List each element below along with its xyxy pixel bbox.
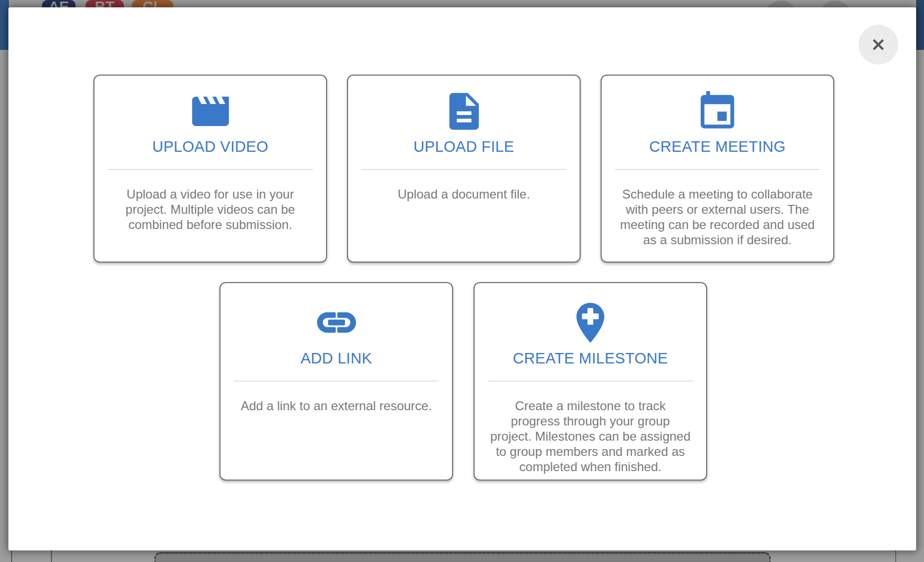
close-button[interactable] xyxy=(858,25,898,65)
divider xyxy=(234,381,439,381)
link-icon xyxy=(314,302,359,343)
card-row-bottom: ADD LINK Add a link to an external resou… xyxy=(219,282,707,481)
create-meeting-card[interactable]: CREATE MEETING Schedule a meeting to col… xyxy=(601,75,834,263)
create-milestone-card[interactable]: CREATE MILESTONE Create a milestone to t… xyxy=(474,282,707,481)
card-row-top: UPLOAD VIDEO Upload a video for use in y… xyxy=(93,75,834,263)
divider xyxy=(361,169,566,170)
upload-video-card[interactable]: UPLOAD VIDEO Upload a video for use in y… xyxy=(93,75,327,263)
card-description: Upload a video for use in your project. … xyxy=(116,186,304,232)
card-title: CREATE MILESTONE xyxy=(513,350,668,366)
create-content-modal: UPLOAD VIDEO Upload a video for use in y… xyxy=(8,7,916,550)
movie-icon xyxy=(188,91,233,131)
card-description: Add a link to an external resource. xyxy=(231,398,441,413)
card-title: UPLOAD FILE xyxy=(414,139,514,154)
file-icon xyxy=(442,91,486,131)
divider xyxy=(615,169,820,170)
card-description: Schedule a meeting to collaborate with p… xyxy=(611,186,824,247)
card-title: ADD LINK xyxy=(300,350,372,366)
milestone-pin-icon xyxy=(566,302,614,343)
divider xyxy=(108,169,313,170)
card-title: CREATE MEETING xyxy=(649,139,786,154)
card-description: Create a milestone to track progress thr… xyxy=(481,398,700,474)
screen: AE BT CL UPLOAD VIDEO xyxy=(0,0,924,562)
card-description: Upload a document file. xyxy=(388,186,539,202)
card-title: UPLOAD VIDEO xyxy=(152,139,268,154)
divider xyxy=(488,381,693,381)
add-link-card[interactable]: ADD LINK Add a link to an external resou… xyxy=(219,282,453,481)
close-icon xyxy=(869,36,887,54)
upload-file-card[interactable]: UPLOAD FILE Upload a document file. xyxy=(347,75,581,263)
calendar-icon xyxy=(695,91,740,131)
